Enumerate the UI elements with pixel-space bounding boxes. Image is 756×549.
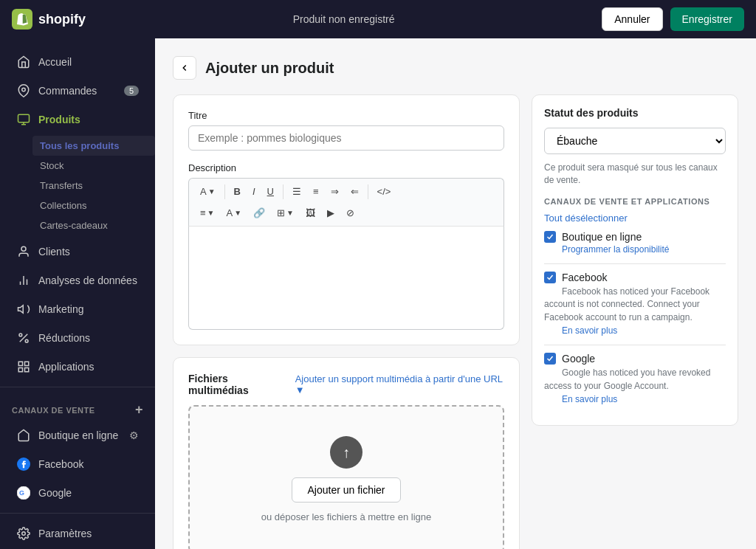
topnav-actions: Annuler Enregistrer <box>602 7 744 31</box>
channels-section-label: CANAUX DE VENTE ET APPLICATIONS <box>544 197 726 206</box>
discounts-icon <box>16 331 31 345</box>
description-label: Description <box>188 162 504 173</box>
boutique-settings-icon[interactable]: ⚙ <box>129 429 139 441</box>
sidebar-label-facebook: Facebook <box>38 458 83 470</box>
google-learn-more[interactable]: En savoir plus <box>562 394 726 404</box>
sidebar-item-accueil[interactable]: Accueil <box>4 48 151 76</box>
facebook-channel-name: Facebook <box>562 272 607 283</box>
sidebar-subitem-cartes[interactable]: Cartes-cadeaux <box>32 215 155 235</box>
sidebar-label-marketing: Marketing <box>38 303 83 315</box>
toolbar-code-btn[interactable]: </> <box>372 183 396 200</box>
add-file-button[interactable]: Ajouter un fichier <box>292 477 400 503</box>
sidebar-subitem-transferts[interactable]: Transferts <box>32 176 155 196</box>
topnav: shopify Produit non enregistré Annuler E… <box>0 0 756 38</box>
sidebar-item-produits[interactable]: Produits <box>4 106 151 134</box>
titre-input[interactable] <box>188 125 504 151</box>
toolbar-link-btn[interactable]: 🔗 <box>248 204 270 221</box>
sidebar-item-reductions[interactable]: Réductions <box>4 324 151 352</box>
content-grid: Titre Description A ▼ B I U <box>173 94 738 549</box>
boutique-channel-name: Boutique en ligne <box>562 231 642 243</box>
sidebar-item-marketing[interactable]: Marketing <box>4 295 151 323</box>
toolbar-paragraph-btn[interactable]: A ▼ <box>195 183 221 200</box>
sidebar-item-applications[interactable]: Applications <box>4 353 151 381</box>
google-checkbox[interactable] <box>544 353 556 365</box>
toolbar-sep-3 <box>368 184 368 199</box>
facebook-checkbox[interactable] <box>544 272 556 283</box>
page-title: Ajouter un produit <box>205 60 334 77</box>
sidebar-subitem-stock[interactable]: Stock <box>32 156 155 176</box>
sidebar-item-parametres[interactable]: Paramètres <box>4 519 151 548</box>
deselect-all-link[interactable]: Tout désélectionner <box>544 213 628 224</box>
toolbar-more-btn[interactable]: ⊘ <box>341 204 360 221</box>
toolbar-ul-btn[interactable]: ☰ <box>287 183 306 200</box>
produits-submenu: Tous les produits Stock Transferts Colle… <box>0 134 155 237</box>
svg-rect-2 <box>18 114 30 122</box>
svg-point-1 <box>22 88 26 92</box>
orders-icon <box>16 83 31 98</box>
product-details-card: Titre Description A ▼ B I U <box>173 94 520 345</box>
sidebar-item-analyses[interactable]: Analyses de données <box>4 266 151 294</box>
sidebar-subitem-tous[interactable]: Tous les produits <box>32 136 155 156</box>
channel-facebook-row: Facebook <box>544 272 726 283</box>
canaux-section-label: CANAUX DE VENTE + <box>0 393 155 421</box>
media-card: Fichiers multimédias Ajouter un support … <box>173 357 520 549</box>
channel-sep-1 <box>544 263 726 264</box>
boutique-sublink[interactable]: Programmer la disponibilité <box>562 244 726 255</box>
svg-point-12 <box>25 339 28 342</box>
add-channel-icon[interactable]: + <box>135 402 143 418</box>
commandes-badge: 5 <box>124 86 139 96</box>
svg-rect-16 <box>25 368 29 372</box>
svg-point-20 <box>22 532 26 536</box>
facebook-icon <box>16 457 31 472</box>
sidebar-label-commandes: Commandes <box>38 85 97 97</box>
clients-icon <box>16 244 31 259</box>
chevron-down-icon: ▼ <box>295 384 305 396</box>
status-select[interactable]: Ébauche Actif <box>544 128 726 154</box>
back-button[interactable] <box>173 56 196 80</box>
toolbar-table-btn[interactable]: ⊞ ▼ <box>272 204 299 221</box>
channel-google: Google Google has noticed you have revok… <box>544 353 726 404</box>
channel-boutique-row: Boutique en ligne <box>544 231 726 243</box>
page-status-label: Produit non enregistré <box>293 13 395 25</box>
apps-icon <box>16 359 31 374</box>
status-card: Statut des produits Ébauche Actif Ce pro… <box>532 94 738 426</box>
toolbar-color-btn[interactable]: A ▼ <box>221 204 247 221</box>
boutique-checkbox[interactable] <box>544 231 556 243</box>
drop-hint: ou déposer les fichiers à mettre en lign… <box>261 511 432 522</box>
toolbar-image-btn[interactable]: 🖼 <box>300 204 320 221</box>
home-icon <box>16 55 31 69</box>
toolbar-outdent-btn[interactable]: ⇐ <box>346 183 364 200</box>
toolbar-indent-btn[interactable]: ⇒ <box>326 183 344 200</box>
left-column: Titre Description A ▼ B I U <box>173 94 520 549</box>
sidebar-item-boutique[interactable]: Boutique en ligne ⚙ <box>4 421 151 449</box>
sidebar-label-google: Google <box>38 487 72 499</box>
svg-rect-15 <box>18 368 22 372</box>
media-link[interactable]: Ajouter un support multimédia à partir d… <box>295 373 504 396</box>
sidebar-item-commandes[interactable]: Commandes 5 <box>4 77 151 105</box>
sidebar-subitem-collections[interactable]: Collections <box>32 196 155 215</box>
svg-rect-14 <box>25 362 29 365</box>
drop-zone[interactable]: ↑ Ajouter un fichier ou déposer les fich… <box>188 405 504 549</box>
facebook-learn-more[interactable]: En savoir plus <box>562 325 726 336</box>
toolbar-video-btn[interactable]: ▶ <box>322 204 340 221</box>
sidebar-item-clients[interactable]: Clients <box>4 238 151 266</box>
toolbar-underline-btn[interactable]: U <box>262 183 279 200</box>
shopify-logo: shopify <box>12 9 86 30</box>
titre-label: Titre <box>188 110 504 121</box>
save-button[interactable]: Enregistrer <box>670 7 744 31</box>
cancel-button[interactable]: Annuler <box>602 7 662 31</box>
analytics-icon <box>16 273 31 288</box>
toolbar-sep-2 <box>283 184 284 199</box>
svg-rect-13 <box>18 362 22 365</box>
sidebar-item-facebook[interactable]: Facebook <box>4 450 151 478</box>
toolbar-ol-btn[interactable]: ≡ <box>308 183 324 200</box>
main-content: Ajouter un produit Titre Description <box>155 38 756 549</box>
logo-text: shopify <box>38 12 86 27</box>
svg-line-10 <box>20 334 28 342</box>
toolbar-bold-btn[interactable]: B <box>229 183 246 200</box>
toolbar-align-btn[interactable]: ≡ ▼ <box>195 204 220 221</box>
description-editor[interactable] <box>188 227 504 330</box>
right-panel: Statut des produits Ébauche Actif Ce pro… <box>532 94 738 549</box>
sidebar-item-google[interactable]: G Google <box>4 479 151 507</box>
toolbar-italic-btn[interactable]: I <box>247 183 261 200</box>
